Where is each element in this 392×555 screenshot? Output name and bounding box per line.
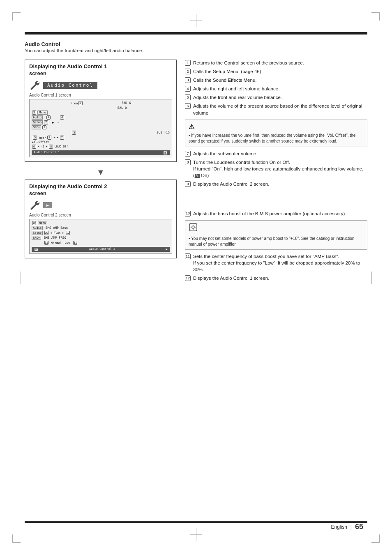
mockup-src-row: SRC+ 1 xyxy=(32,125,170,129)
list-item-5: 5 Adjusts the front and rear volume bala… xyxy=(185,94,367,101)
arrow-down: ▼ xyxy=(25,168,177,177)
mockup-rear-row: 5 Rear 7 ◄ ► 7 xyxy=(32,136,170,140)
mockup-fad-row: Fron3 FAD 6 xyxy=(32,101,170,105)
list-item-8: 8 Turns the Loudness control function On… xyxy=(185,159,367,179)
wrench-icon-2 xyxy=(29,200,41,211)
note-gear-icon xyxy=(189,223,198,232)
two-col-layout: Displaying the Audio Control 1 screen Au… xyxy=(25,60,367,283)
device-icon-area: Audio Control xyxy=(29,80,172,91)
section1-title: Displaying the Audio Control 1 screen xyxy=(29,63,172,77)
svg-point-1 xyxy=(192,226,194,228)
corner-mark-tl xyxy=(12,12,21,21)
screen1-mockup: Fron3 FAD 6 BAL 0 3 Menu xyxy=(29,99,172,157)
mockup-menu-row: 3 Menu xyxy=(32,111,170,115)
numbered-list-1-6: 1 Returns to the Control screen of the p… xyxy=(185,60,367,116)
list-item-6: 6 Adjusts the volume of the present sour… xyxy=(185,103,367,116)
numbered-list-7-9: 7 Adjusts the subwoofer volume. 8 Turns … xyxy=(185,150,367,187)
section1-box: Displaying the Audio Control 1 screen Au… xyxy=(25,60,177,162)
left-column: Displaying the Audio Control 1 screen Au… xyxy=(25,60,177,283)
main-content: Audio Control You can adjust the front/r… xyxy=(25,41,367,518)
page-number: 65 xyxy=(355,523,363,531)
caution-text: • If you have increased the volume first… xyxy=(189,133,364,144)
mockup2-freq-row: 11 Normal Low 11 xyxy=(32,241,170,245)
corner-mark-br xyxy=(371,534,380,543)
mockup-setup-row: Setup 2 ◆ + xyxy=(32,120,170,124)
list-item-10: 10 Adjusts the bass boost of the B.M.S p… xyxy=(185,210,367,217)
footer-language: English xyxy=(331,524,347,530)
top-bar xyxy=(25,32,367,35)
list-item-1: 1 Returns to the Control screen of the p… xyxy=(185,60,367,66)
crosshair-bottom xyxy=(190,528,202,541)
note-text: • You may not set some models of power a… xyxy=(189,236,364,247)
page-title: Audio Control xyxy=(25,41,367,47)
mockup2-bottom-bar: 12 Audio Control 2 ▶ xyxy=(32,247,170,252)
list-item-3: 3 Calls the Sound Effects Menu. xyxy=(185,77,367,83)
list-item-9: 9 Displays the Audio Control 2 screen. xyxy=(185,181,367,187)
audio-control-banner: Audio Control xyxy=(43,82,97,89)
numbered-list-11-12: 11 Sets the center frequency of bass boo… xyxy=(185,253,367,281)
bottom-bar xyxy=(25,521,367,523)
list-item-4: 4 Adjusts the right and left volume bala… xyxy=(185,85,367,92)
mockup-audio-row: Audio 4 4 xyxy=(32,115,170,120)
screen2-label: Audio Control 2 screen xyxy=(29,213,172,217)
mockup-vol-row: Vol.Offset xyxy=(32,140,170,144)
wrench-icon xyxy=(29,80,41,91)
crosshair-top xyxy=(190,14,202,27)
footer-separator: | xyxy=(350,524,352,530)
section2-title: Displaying the Audio Control 2 screen xyxy=(29,183,172,197)
device-icon-area2: ▶ xyxy=(29,200,172,211)
list-item-2: 2 Calls the Setup Menu. (page 46) xyxy=(185,68,367,75)
spacer xyxy=(185,190,367,210)
numbered-list-10: 10 Adjusts the bass boost of the B.M.S p… xyxy=(185,210,367,217)
page-footer: English | 65 xyxy=(331,523,363,531)
section2-box: Displaying the Audio Control 2 screen ▶ … xyxy=(25,180,177,258)
mockup-bal-row: BAL 0 xyxy=(32,106,170,110)
caution-symbol: ⚠ xyxy=(189,122,364,131)
mockup2-menu-row: 10 Menu xyxy=(32,221,170,225)
note-icon xyxy=(189,223,364,235)
svg-rect-0 xyxy=(189,223,197,231)
mockup-sub-row: 5 SUB -15 xyxy=(32,131,170,135)
caution-box: ⚠ • If you have increased the volume fir… xyxy=(185,120,367,147)
corner-mark-tr xyxy=(371,12,380,21)
list-item-12: 12 Displays the Audio Control 1 screen. xyxy=(185,275,367,281)
mockup2-setup-row: Setup 10 ◄ Flat ► 10 xyxy=(32,231,170,235)
mockup2-src-row: SRC+ BMS AMP FREQ xyxy=(32,236,170,240)
right-column: 1 Returns to the Control screen of the p… xyxy=(177,60,367,283)
screen2-mockup: 10 Menu Audio BMS AMP Bass Setup 10 ◄ Fl… xyxy=(29,219,172,254)
corner-mark-bl xyxy=(12,534,21,543)
mockup-bottom-bar: Audio Control 1 9 xyxy=(32,150,170,155)
list-item-7: 7 Adjusts the subwoofer volume. xyxy=(185,150,367,157)
note-box: • You may not set some models of power a… xyxy=(185,220,367,250)
mockup-loud-row: 6 ◄ -1 ► 8 LOUD Off xyxy=(32,145,170,149)
audio-control2-banner: ▶ xyxy=(43,202,52,208)
page-subtitle: You can adjust the front/rear and right/… xyxy=(25,48,367,53)
screen1-label: Audio Control 1 screen xyxy=(29,93,172,97)
list-item-11: 11 Sets the center frequency of bass boo… xyxy=(185,253,367,273)
on-icon: ✎ xyxy=(195,174,200,178)
mockup2-audio-row: Audio BMS AMP Bass xyxy=(32,226,170,230)
